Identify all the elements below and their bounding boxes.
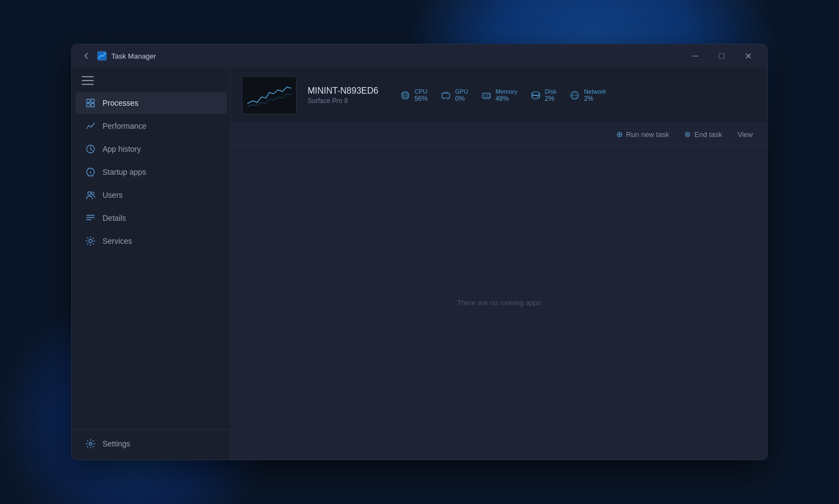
content-area: MININT-N893ED6 Surface Pro 8 <box>231 67 767 460</box>
memory-metric: Memory 48% <box>481 88 518 102</box>
svg-rect-29 <box>442 93 450 98</box>
cpu-metric: CPU 56% <box>400 88 428 102</box>
memory-info: Memory 48% <box>496 88 518 102</box>
view-label: View <box>738 130 753 139</box>
network-info: Network 2% <box>584 88 606 102</box>
toolbar: ⊕ Run new task ⊗ End task View <box>231 124 767 145</box>
empty-state-message: There are no running apps <box>457 299 541 307</box>
close-button[interactable]: ✕ <box>735 47 761 65</box>
cpu-value: 56% <box>415 95 428 102</box>
network-value: 2% <box>584 95 606 102</box>
sidebar-item-app-history[interactable]: App history <box>75 138 227 160</box>
users-label: Users <box>103 191 123 199</box>
app-history-label: App history <box>103 145 141 153</box>
minimize-button[interactable]: ─ <box>683 47 708 65</box>
network-icon <box>570 90 580 100</box>
gpu-metric: GPU 0% <box>441 88 468 102</box>
titlebar: Task Manager ─ □ ✕ <box>72 44 767 67</box>
sidebar-item-users[interactable]: Users <box>75 184 227 206</box>
run-new-task-button[interactable]: ⊕ Run new task <box>611 127 675 141</box>
window-controls: ─ □ ✕ <box>683 47 761 65</box>
network-metric: Network 2% <box>570 88 606 102</box>
cpu-label: CPU <box>415 88 428 95</box>
services-label: Services <box>103 237 132 245</box>
view-button[interactable]: View <box>732 128 758 141</box>
settings-icon <box>85 438 96 449</box>
end-task-button[interactable]: ⊗ End task <box>679 127 728 141</box>
system-header: MININT-N893ED6 Surface Pro 8 <box>231 67 767 124</box>
svg-point-8 <box>92 192 94 195</box>
processes-icon <box>85 98 96 108</box>
svg-point-46 <box>537 96 538 98</box>
processes-label: Processes <box>103 99 138 107</box>
svg-rect-2 <box>91 99 94 102</box>
task-manager-window: Task Manager ─ □ ✕ <box>71 44 768 460</box>
sidebar-item-details[interactable]: Details <box>75 207 227 229</box>
gpu-label: GPU <box>455 88 468 95</box>
disk-metric: Disk 2% <box>531 88 557 102</box>
svg-point-13 <box>89 443 92 445</box>
settings-label: Settings <box>103 439 131 448</box>
memory-icon <box>481 90 491 100</box>
sidebar: Processes Performance <box>72 67 231 460</box>
startup-icon <box>85 167 96 177</box>
disk-value: 2% <box>545 95 557 102</box>
disk-label: Disk <box>545 88 557 95</box>
gpu-info: GPU 0% <box>455 88 468 102</box>
system-model: Surface Pro 8 <box>308 97 378 105</box>
memory-label: Memory <box>496 88 518 95</box>
details-icon <box>85 213 96 224</box>
network-label: Network <box>584 88 606 95</box>
disk-icon <box>531 90 541 100</box>
content-body: There are no running apps <box>231 145 767 460</box>
sidebar-item-services[interactable]: Services <box>75 230 227 252</box>
maximize-button[interactable]: □ <box>709 47 734 65</box>
end-task-icon: ⊗ <box>684 130 691 139</box>
run-task-icon: ⊕ <box>616 130 623 139</box>
sidebar-item-startup-apps[interactable]: Startup apps <box>75 161 227 183</box>
system-name: MININT-N893ED6 <box>308 86 378 96</box>
svg-rect-16 <box>404 94 407 97</box>
users-icon <box>85 190 96 201</box>
memory-value: 48% <box>496 95 518 102</box>
metrics-row: CPU 56% <box>400 88 606 102</box>
performance-label: Performance <box>103 122 146 130</box>
svg-rect-4 <box>91 104 94 107</box>
svg-rect-3 <box>87 104 90 107</box>
system-info: MININT-N893ED6 Surface Pro 8 <box>308 86 378 105</box>
system-icon <box>242 76 297 114</box>
sidebar-item-settings[interactable]: Settings <box>75 433 227 455</box>
svg-rect-1 <box>87 99 90 102</box>
gpu-icon <box>441 90 451 100</box>
svg-point-7 <box>88 192 91 195</box>
svg-point-12 <box>89 239 92 243</box>
sidebar-item-performance[interactable]: Performance <box>75 115 227 137</box>
hamburger-menu[interactable] <box>72 72 230 89</box>
app-history-icon <box>85 144 96 154</box>
taskmanager-icon <box>97 51 107 61</box>
settings-section: Settings <box>72 429 230 455</box>
cpu-info: CPU 56% <box>415 88 428 102</box>
run-new-task-label: Run new task <box>626 130 670 139</box>
cpu-icon <box>400 90 410 100</box>
startup-apps-label: Startup apps <box>103 168 146 176</box>
performance-icon <box>85 121 96 131</box>
window-title: Task Manager <box>111 52 683 60</box>
hamburger-icon <box>82 76 94 85</box>
gpu-value: 0% <box>455 95 468 102</box>
back-button[interactable] <box>78 48 94 64</box>
main-content: Processes Performance <box>72 67 767 460</box>
disk-info: Disk 2% <box>545 88 557 102</box>
services-icon <box>85 236 96 247</box>
details-label: Details <box>103 214 126 222</box>
sidebar-item-processes[interactable]: Processes <box>75 92 227 114</box>
end-task-label: End task <box>694 130 722 139</box>
